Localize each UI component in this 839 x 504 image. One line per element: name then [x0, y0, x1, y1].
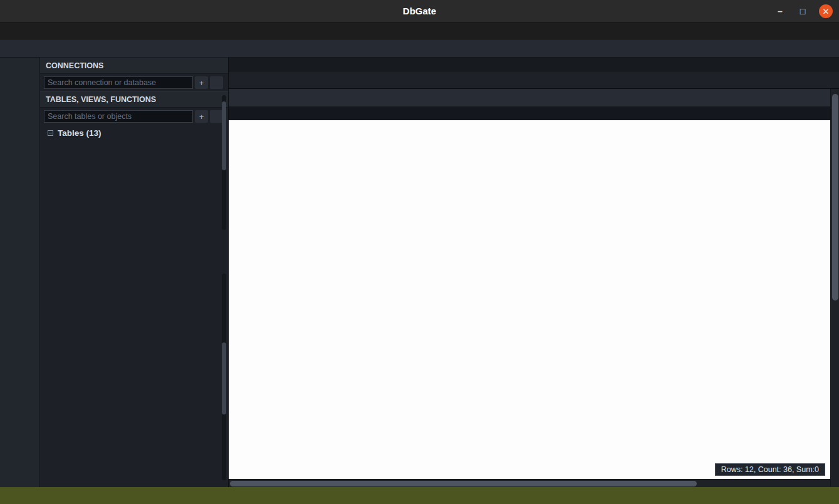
grid-filter-row — [229, 106, 839, 120]
collapse-icon[interactable] — [48, 130, 53, 136]
tables-group-label: Tables (13) — [58, 128, 102, 138]
app-window: DbGate – □ ✕ CONNECTIONS + TABLES, VIEWS… — [0, 0, 839, 504]
tables-header: TABLES, VIEWS, FUNCTIONS — [40, 91, 228, 108]
grid-inner — [229, 89, 839, 120]
grid-header-row — [229, 89, 839, 106]
titlebar: DbGate – □ ✕ — [0, 0, 839, 23]
menubar — [0, 23, 839, 39]
left-panel: CONNECTIONS + TABLES, VIEWS, FUNCTIONS +… — [40, 58, 229, 487]
connections-refresh-button[interactable] — [210, 76, 223, 89]
left-icon-strip — [0, 58, 40, 487]
add-table-small-button[interactable]: + — [195, 110, 208, 123]
toolbar — [0, 39, 839, 58]
connections-scrollbar[interactable] — [222, 95, 226, 230]
add-connection-small-button[interactable]: + — [195, 76, 208, 89]
close-button[interactable]: ✕ — [819, 4, 833, 18]
data-grid: Rows: 12, Count: 36, Sum:0 — [229, 89, 839, 487]
object-tabs — [229, 72, 839, 89]
grid-horizontal-scrollbar[interactable] — [229, 479, 830, 487]
tables-refresh-button[interactable] — [210, 110, 223, 123]
tables-title: TABLES, VIEWS, FUNCTIONS — [46, 95, 156, 104]
connections-header: CONNECTIONS — [40, 58, 228, 74]
minimize-button[interactable]: – — [774, 6, 786, 16]
window-title: DbGate — [403, 6, 436, 16]
work-area: Rows: 12, Count: 36, Sum:0 — [229, 58, 839, 487]
tables-search-row: + — [40, 108, 228, 125]
tables-search-input[interactable] — [44, 110, 193, 123]
statusbar — [0, 487, 839, 504]
database-tab-groups — [229, 58, 839, 72]
connections-search-input[interactable] — [44, 76, 193, 89]
window-controls: – □ ✕ — [774, 0, 833, 23]
selection-stats-tooltip: Rows: 12, Count: 36, Sum:0 — [715, 463, 825, 476]
connections-title: CONNECTIONS — [46, 61, 103, 70]
connections-search-row: + — [40, 74, 228, 91]
main-area: CONNECTIONS + TABLES, VIEWS, FUNCTIONS +… — [0, 58, 839, 487]
tables-scrollbar[interactable] — [222, 274, 226, 480]
grid-vertical-scrollbar[interactable] — [830, 89, 839, 487]
maximize-button[interactable]: □ — [796, 6, 809, 16]
tables-group-row[interactable]: Tables (13) — [40, 125, 228, 140]
